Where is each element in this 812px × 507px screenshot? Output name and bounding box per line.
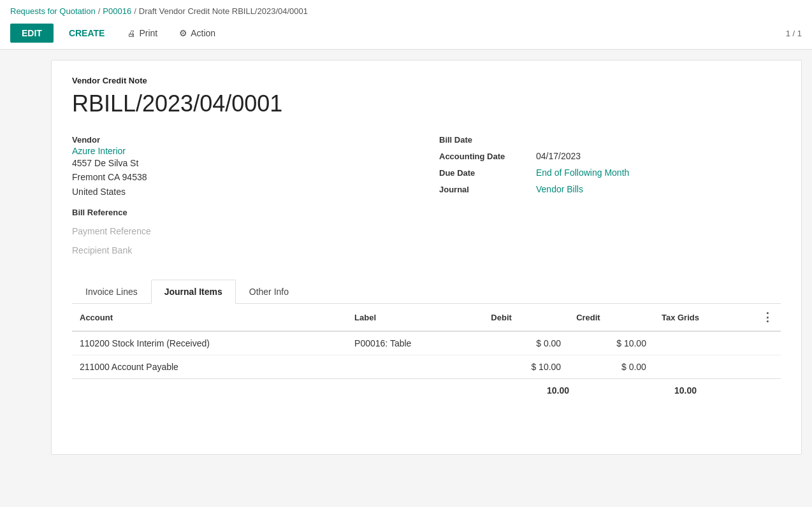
- payment-reference-field: Payment Reference: [72, 226, 414, 236]
- recipient-bank-value[interactable]: Recipient Bank: [72, 245, 414, 255]
- vendor-field: Vendor Azure Interior 4557 De Silva St F…: [72, 135, 414, 199]
- cell-tax-grids: [654, 355, 754, 379]
- create-button[interactable]: CREATE: [60, 24, 114, 43]
- accounting-date-row: Accounting Date 04/17/2023: [439, 151, 781, 161]
- vendor-address-line2: Fremont CA 94538: [72, 170, 414, 184]
- table-footer: 10.00 10.00: [72, 379, 781, 402]
- tabs: Invoice Lines Journal Items Other Info: [72, 280, 781, 304]
- document-type-label: Vendor Credit Note: [72, 76, 781, 85]
- tab-invoice-lines[interactable]: Invoice Lines: [72, 280, 151, 304]
- col-credit: Credit: [569, 304, 654, 331]
- footer-credit-total: 10.00: [646, 385, 697, 396]
- accounting-date-value[interactable]: 04/17/2023: [536, 151, 581, 161]
- cell-account: 211000 Account Payable: [72, 355, 347, 379]
- recipient-bank-field: Recipient Bank: [72, 245, 414, 255]
- bill-date-row: Bill Date: [439, 135, 781, 145]
- breadcrumb: Requests for Quotation / P00016 / Draft …: [10, 0, 802, 18]
- accounting-date-label: Accounting Date: [439, 152, 528, 161]
- main-content: Vendor Credit Note RBILL/2023/04/0001 Ve…: [51, 60, 802, 455]
- left-column: Vendor Azure Interior 4557 De Silva St F…: [72, 135, 414, 264]
- breadcrumb-rfq[interactable]: Requests for Quotation: [10, 6, 96, 16]
- cell-options: [754, 355, 781, 379]
- due-date-value[interactable]: End of Following Month: [536, 168, 629, 178]
- bill-reference-field: Bill Reference: [72, 208, 414, 217]
- footer-debit-total: 10.00: [518, 385, 569, 396]
- breadcrumb-sep1: /: [98, 6, 101, 16]
- col-debit: Debit: [483, 304, 569, 331]
- cell-label: P00016: Table: [347, 331, 483, 355]
- action-label: Action: [191, 28, 215, 38]
- journal-table: Account Label Debit Credit Tax Grids ⋮ 1…: [72, 304, 781, 379]
- table-options-icon[interactable]: ⋮: [762, 311, 773, 324]
- breadcrumb-sep2: /: [134, 6, 136, 16]
- vendor-name[interactable]: Azure Interior: [72, 146, 414, 156]
- tab-journal-items[interactable]: Journal Items: [151, 280, 236, 304]
- breadcrumb-current: Draft Vendor Credit Note RBILL/2023/04/0…: [139, 6, 308, 16]
- col-tax-grids: Tax Grids: [654, 304, 754, 331]
- journal-value[interactable]: Vendor Bills: [536, 184, 583, 194]
- table-row[interactable]: 110200 Stock Interim (Received) P00016: …: [72, 331, 781, 355]
- table-row[interactable]: 211000 Account Payable $ 10.00 $ 0.00: [72, 355, 781, 379]
- journal-label: Journal: [439, 185, 528, 194]
- journal-row: Journal Vendor Bills: [439, 184, 781, 194]
- bill-date-label: Bill Date: [439, 135, 528, 145]
- print-label: Print: [139, 28, 157, 38]
- document-number: RBILL/2023/04/0001: [72, 90, 781, 117]
- col-label: Label: [347, 304, 483, 331]
- payment-reference-value[interactable]: Payment Reference: [72, 226, 414, 236]
- action-button[interactable]: Action: [171, 24, 223, 43]
- print-button[interactable]: Print: [120, 24, 165, 43]
- cell-debit: $ 0.00: [483, 331, 569, 355]
- cell-tax-grids: [654, 331, 754, 355]
- pagination: 1 / 1: [786, 29, 802, 38]
- breadcrumb-po[interactable]: P00016: [103, 6, 131, 16]
- cell-account: 110200 Stock Interim (Received): [72, 331, 347, 355]
- cell-label: [347, 355, 483, 379]
- due-date-label: Due Date: [439, 168, 528, 178]
- print-icon: [127, 28, 136, 38]
- form-grid: Vendor Azure Interior 4557 De Silva St F…: [72, 135, 781, 264]
- cell-debit: $ 10.00: [483, 355, 569, 379]
- cell-credit: $ 10.00: [569, 331, 654, 355]
- cell-options: [754, 331, 781, 355]
- tab-other-info[interactable]: Other Info: [236, 280, 302, 304]
- toolbar: EDIT CREATE Print Action 1 / 1: [10, 18, 802, 49]
- vendor-address-line3: United States: [72, 185, 414, 199]
- gear-icon: [179, 28, 187, 38]
- cell-credit: $ 0.00: [569, 355, 654, 379]
- col-options: ⋮: [754, 304, 781, 331]
- edit-button[interactable]: EDIT: [10, 24, 54, 43]
- vendor-address-line1: 4557 De Silva St: [72, 156, 414, 170]
- vendor-label: Vendor: [72, 135, 414, 145]
- bill-reference-label: Bill Reference: [72, 208, 414, 217]
- due-date-row: Due Date End of Following Month: [439, 168, 781, 178]
- col-account: Account: [72, 304, 347, 331]
- right-column: Bill Date Accounting Date 04/17/2023 Due…: [439, 135, 781, 264]
